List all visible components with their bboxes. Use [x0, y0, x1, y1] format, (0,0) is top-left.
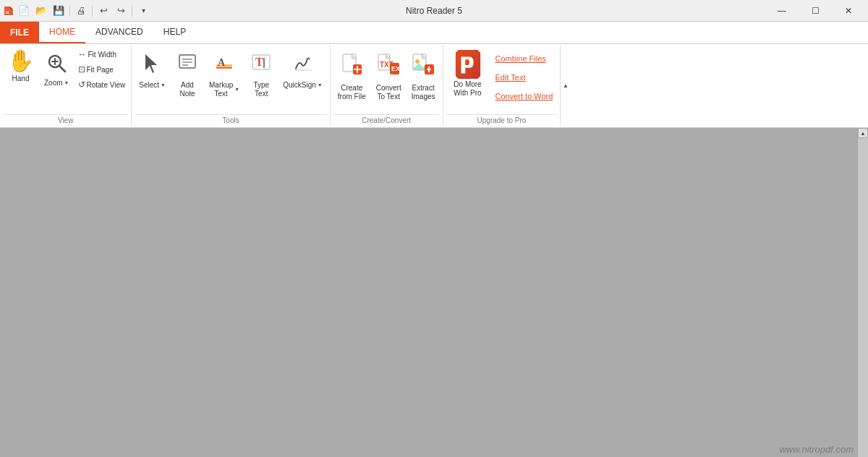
- markup-text-button[interactable]: A MarkupText▼: [205, 47, 244, 105]
- extract-images-icon: [412, 53, 435, 81]
- tab-advanced[interactable]: ADVANCED: [85, 22, 153, 43]
- select-tool-button[interactable]: Select▼: [135, 47, 170, 105]
- zoom-icon: [46, 53, 67, 76]
- combine-files-button[interactable]: Combine Files: [491, 50, 558, 67]
- vertical-scrollbar[interactable]: ▲ ▼: [858, 128, 868, 457]
- create-convert-group-items: Createfrom File TXT EXT ConvertTo Text: [333, 47, 440, 113]
- print-button[interactable]: 🖨: [73, 3, 89, 19]
- convert-to-text-icon: TXT EXT: [377, 53, 400, 81]
- ribbon-group-tools: Select▼ AddNote: [132, 46, 331, 126]
- ribbon-group-create-convert: Createfrom File TXT EXT ConvertTo Text: [331, 46, 443, 126]
- undo-button[interactable]: ↩: [95, 3, 111, 19]
- do-more-with-pro-label: Do MoreWith Pro: [454, 80, 481, 98]
- save-button[interactable]: 💾: [51, 3, 67, 19]
- open-button[interactable]: 📂: [33, 3, 49, 19]
- scroll-track[interactable]: [858, 138, 868, 457]
- tools-group-label: Tools: [135, 114, 327, 124]
- extract-images-label: ExtractImages: [412, 84, 435, 101]
- separator-1: [69, 5, 70, 17]
- create-from-file-button[interactable]: Createfrom File: [333, 47, 370, 105]
- hand-tool-button[interactable]: ✋ Hand: [3, 47, 38, 105]
- select-label: Select▼: [139, 81, 166, 90]
- window-title: Nitro Reader 5: [406, 6, 462, 16]
- tools-group-items: Select▼ AddNote: [135, 47, 327, 113]
- type-text-button[interactable]: T TypeText: [245, 47, 277, 105]
- ribbon: FILE HOME ADVANCED HELP ✋ Hand: [0, 22, 868, 128]
- edit-text-label: Edit Text: [495, 73, 526, 82]
- redo-button[interactable]: ↪: [113, 3, 129, 19]
- convert-to-word-label: Convert to Word: [495, 92, 553, 101]
- markup-text-label: MarkupText▼: [209, 81, 239, 98]
- fit-page-label: Fit Page: [87, 66, 114, 74]
- view-group-label: View: [3, 114, 128, 124]
- minimize-button[interactable]: —: [765, 0, 799, 22]
- convert-to-word-button[interactable]: Convert to Word: [491, 87, 558, 105]
- svg-text:T: T: [255, 56, 263, 68]
- fit-width-button[interactable]: ↔ Fit Width: [75, 47, 129, 61]
- quicksign-button[interactable]: QuickSign▼: [278, 47, 327, 105]
- window-controls: — ☐ ✕: [765, 0, 865, 22]
- hand-icon: ✋: [7, 50, 34, 72]
- quicksign-icon: [293, 53, 313, 78]
- convert-to-text-label: ConvertTo Text: [376, 84, 401, 101]
- rotate-view-icon: ↺: [78, 80, 85, 90]
- convert-to-text-button[interactable]: TXT EXT ConvertTo Text: [372, 47, 406, 105]
- do-more-with-pro-icon-wrap: Do MoreWith Pro: [446, 47, 490, 105]
- quicksign-label: QuickSign▼: [283, 81, 323, 90]
- separator-2: [92, 5, 93, 17]
- titlebar: N 📄 📂 💾 🖨 ↩ ↪ ▾ Nitro Reader 5 — ☐: [0, 0, 868, 22]
- svg-text:A: A: [218, 57, 226, 68]
- tab-home[interactable]: HOME: [39, 22, 85, 43]
- fit-options-stack: ↔ Fit Width ⊡ Fit Page ↺ Rotate View: [75, 47, 129, 92]
- create-from-file-icon: [340, 53, 363, 81]
- select-icon: [142, 53, 163, 78]
- upgrade-to-pro-group-label: Upgrade to Pro: [446, 114, 558, 124]
- ribbon-body: ✋ Hand Zoom▼: [0, 44, 868, 127]
- separator-3: [132, 5, 132, 17]
- scroll-up-button[interactable]: ▲: [858, 128, 868, 138]
- svg-text:EXT: EXT: [391, 65, 400, 72]
- ribbon-group-upgrade-to-pro: Do MoreWith Pro Combine Files Edit Text …: [443, 46, 561, 126]
- type-text-label: TypeText: [253, 81, 269, 98]
- quicksign-dropdown-arrow: ▼: [318, 82, 323, 88]
- quick-access-toolbar: N 📄 📂 💾 🖨 ↩ ↪ ▾: [3, 3, 151, 19]
- fit-width-icon: ↔: [78, 49, 87, 59]
- add-note-icon: [177, 53, 197, 78]
- nitro-pro-logo-icon: [455, 50, 481, 79]
- upgrade-links-column: Combine Files Edit Text Convert to Word: [491, 47, 558, 105]
- zoom-dropdown-arrow: ▼: [64, 80, 69, 86]
- fit-width-label: Fit Width: [88, 51, 116, 59]
- create-convert-group-label: Create/Convert: [333, 114, 440, 124]
- maximize-button[interactable]: ☐: [799, 0, 832, 22]
- view-group-items: ✋ Hand Zoom▼: [3, 47, 128, 113]
- zoom-button[interactable]: Zoom▼: [40, 47, 74, 105]
- svg-rect-6: [179, 55, 195, 68]
- combine-files-label: Combine Files: [495, 54, 546, 63]
- markup-dropdown-arrow: ▼: [234, 87, 239, 93]
- close-button[interactable]: ✕: [832, 0, 865, 22]
- fit-page-icon: ⊡: [78, 64, 85, 74]
- fit-page-button[interactable]: ⊡ Fit Page: [75, 62, 129, 77]
- ribbon-scroll-right[interactable]: ▲: [560, 46, 570, 126]
- app-icon: N: [3, 5, 14, 17]
- add-note-button[interactable]: AddNote: [171, 47, 203, 105]
- hand-label: Hand: [12, 74, 30, 83]
- content-area: ▲ ▼ www.nitropdf.com: [0, 128, 868, 457]
- create-from-file-label: Createfrom File: [338, 84, 366, 101]
- customize-button[interactable]: ▾: [135, 3, 151, 19]
- rotate-view-button[interactable]: ↺ Rotate View: [75, 77, 129, 92]
- type-text-icon: T: [251, 53, 271, 78]
- new-button[interactable]: 📄: [16, 3, 32, 19]
- upgrade-group-items: Do MoreWith Pro Combine Files Edit Text …: [446, 47, 558, 113]
- watermark-text: www.nitropdf.com: [779, 444, 854, 455]
- ribbon-tab-row: FILE HOME ADVANCED HELP: [0, 22, 868, 44]
- edit-text-button[interactable]: Edit Text: [491, 69, 558, 86]
- ribbon-group-view: ✋ Hand Zoom▼: [0, 46, 132, 126]
- select-dropdown-arrow: ▼: [161, 82, 166, 88]
- zoom-label: Zoom▼: [44, 79, 69, 87]
- tab-help[interactable]: HELP: [153, 22, 196, 43]
- markup-text-icon: A: [214, 53, 234, 78]
- tab-file[interactable]: FILE: [0, 22, 39, 43]
- svg-marker-5: [145, 54, 157, 73]
- extract-images-button[interactable]: ExtractImages: [407, 47, 440, 105]
